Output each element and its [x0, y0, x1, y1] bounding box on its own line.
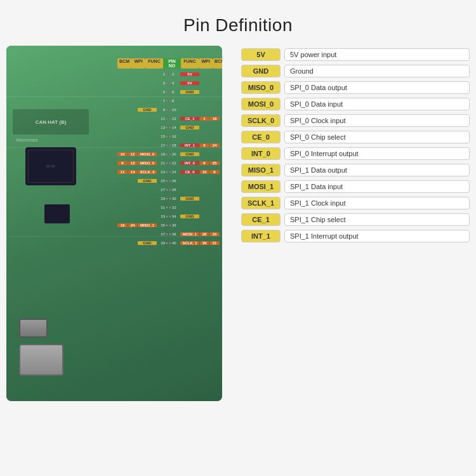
- pin-row-6: 1314GND: [117, 123, 219, 131]
- legend-item-10: CE_1 SPI_1 Chip select: [241, 213, 470, 226]
- legend-badge-2: MISO_0: [241, 81, 281, 94]
- legend-desc-3: SPI_0 Data input: [284, 98, 470, 110]
- legend-item-4: SCLK_0 SPI_0 Clock input: [241, 114, 470, 127]
- pin-row-8: 1718INT_1524: [117, 141, 219, 149]
- legend-badge-11: INT_1: [241, 230, 281, 242]
- legend-desc-2: SPI_0 Data output: [284, 81, 470, 94]
- pin-row-3: 78: [117, 96, 219, 105]
- pin-row-14: 2930GND: [117, 194, 219, 202]
- header-wpi-left: WPI: [131, 58, 145, 69]
- legend-item-2: MISO_0 SPI_0 Data output: [241, 81, 470, 94]
- legend-desc-7: SPI_1 Data output: [284, 164, 470, 176]
- legend-desc-1: Ground: [284, 65, 470, 77]
- legend-badge-8: MOSI_1: [241, 180, 281, 193]
- header-func-right: FUNC: [181, 58, 199, 69]
- pin-row-2: 56GND: [117, 88, 219, 96]
- pin-row-19: GND3940SCLK_12921: [117, 239, 219, 247]
- legend-badge-6: INT_0: [241, 147, 281, 160]
- header-pinno: PIN NO: [163, 58, 181, 69]
- pin-row-12: GND2526: [117, 176, 219, 185]
- legend-item-3: MOSI_0 SPI_0 Data input: [241, 98, 470, 110]
- pin-row-10: 913MISO_02122INT_0625: [117, 159, 219, 167]
- pin-row-11: 1114SCLK_02324CE_0108: [117, 168, 219, 176]
- legend-item-6: INT_0 SPI_0 Interrupt output: [241, 147, 470, 160]
- legend-desc-9: SPI_1 Clock input: [284, 197, 470, 209]
- pin-row-13: 2728: [117, 185, 219, 194]
- legend-item-1: GND Ground: [241, 65, 470, 77]
- legend-item-5: CE_0 SPI_0 Chip select: [241, 131, 470, 143]
- legend-desc-11: SPI_1 Interrupt output: [284, 230, 470, 242]
- legend-desc-10: SPI_1 Chip select: [284, 213, 470, 226]
- pin-row-17: 1924MISO_13536: [117, 221, 219, 229]
- legend-item-7: MISO_1 SPI_1 Data output: [241, 164, 470, 176]
- legend-desc-4: SPI_0 Clock input: [284, 114, 470, 127]
- legend-section: 5V 5V power input GND Ground MISO_0 SPI_…: [241, 46, 470, 242]
- legend-desc-0: 5V power input: [284, 48, 470, 61]
- legend-badge-10: CE_1: [241, 213, 281, 226]
- legend-badge-3: MOSI_0: [241, 98, 281, 110]
- header-bcm-right: BCM: [213, 58, 222, 69]
- legend-item-11: INT_1 SPI_1 Interrupt output: [241, 230, 470, 242]
- pin-row-15: 3132: [117, 203, 219, 211]
- page-title: Pin Definition: [183, 15, 293, 36]
- header-bcm-left: BCM: [117, 58, 131, 69]
- header-wpi-right: WPI: [199, 58, 213, 69]
- header-func-left: FUNC: [145, 58, 163, 69]
- legend-badge-4: SCLK_0: [241, 114, 281, 127]
- main-content: BCM CAN HAT (B) Waveshare BCM: [0, 46, 476, 401]
- legend-desc-6: SPI_0 Interrupt output: [284, 147, 470, 160]
- legend-item-0: 5V 5V power input: [241, 48, 470, 61]
- board-section: BCM CAN HAT (B) Waveshare BCM: [6, 46, 235, 401]
- pin-row-16: 3334GND: [117, 212, 219, 220]
- secondary-chip: [44, 204, 70, 223]
- pin-row-1: 345V: [117, 79, 219, 87]
- legend-item-8: MOSI_1 SPI_1 Data input: [241, 180, 470, 193]
- pin-row-4: GND910: [117, 105, 219, 114]
- legend-badge-1: GND: [241, 65, 281, 77]
- legend-badge-7: MISO_1: [241, 164, 281, 176]
- legend-badge-0: 5V: [241, 48, 281, 61]
- pin-row-7: 1516: [117, 132, 219, 140]
- board-image: BCM CAN HAT (B) Waveshare BCM: [6, 46, 222, 401]
- legend-item-9: SCLK_1 SPI_1 Clock input: [241, 197, 470, 209]
- pin-row-9: 1012MOSI_01920GND: [117, 150, 219, 158]
- pin-row-18: 3738MOSI_12820: [117, 230, 219, 238]
- legend-badge-5: CE_0: [241, 131, 281, 143]
- usb-port: [19, 319, 48, 338]
- legend-desc-5: SPI_0 Chip select: [284, 131, 470, 143]
- legend-desc-8: SPI_1 Data input: [284, 180, 470, 193]
- ethernet-port: [19, 344, 63, 376]
- legend-badge-9: SCLK_1: [241, 197, 281, 209]
- pin-row-5: 1112CE_1118: [117, 114, 219, 122]
- main-chip: BCM: [25, 147, 76, 185]
- pin-row-0: 125V: [117, 70, 219, 78]
